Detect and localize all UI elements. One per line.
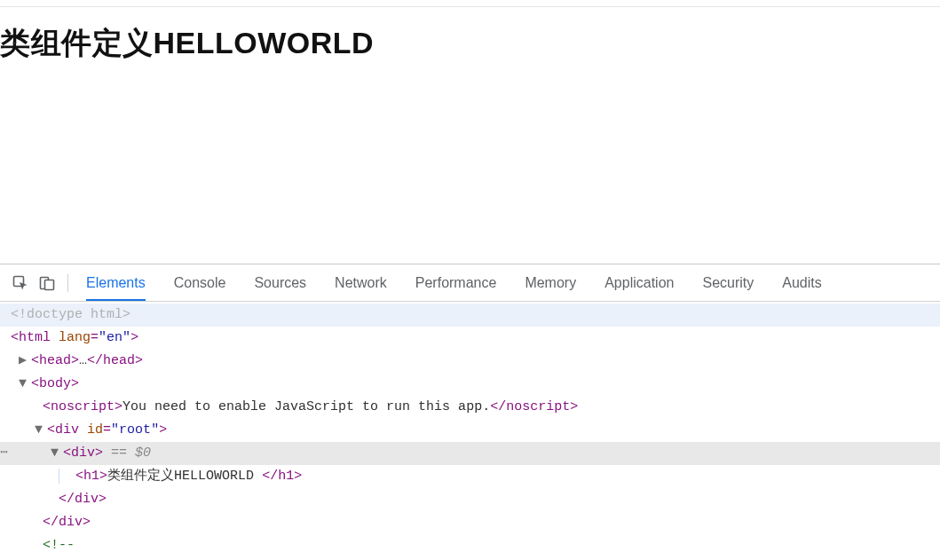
tab-security[interactable]: Security — [702, 266, 754, 300]
tab-application[interactable]: Application — [604, 266, 674, 300]
html-open-row[interactable]: <html lang="en"> — [0, 327, 940, 350]
head-row[interactable]: ▶<head>…</head> — [0, 350, 940, 373]
div-root-close-row[interactable]: </div> — [0, 511, 940, 534]
devtools-tabs: Elements Console Sources Network Perform… — [86, 266, 822, 300]
page-viewport: 类组件定义HELLOWORLD — [0, 7, 940, 264]
tab-sources[interactable]: Sources — [254, 266, 306, 300]
inspect-icon[interactable] — [7, 271, 34, 296]
tab-console[interactable]: Console — [174, 266, 226, 300]
elements-tree[interactable]: <!doctype html> <html lang="en"> ▶<head>… — [0, 302, 940, 560]
noscript-row[interactable]: <noscript>You need to enable JavaScript … — [0, 396, 940, 419]
overflow-icon: ⋯ — [0, 446, 8, 460]
device-toolbar-icon[interactable] — [34, 271, 60, 296]
doctype-row[interactable]: <!doctype html> — [0, 304, 940, 327]
comment-start-row[interactable]: <!-- — [0, 534, 940, 557]
browser-top-bar — [0, 0, 940, 7]
body-open-row[interactable]: ▼<body> — [0, 373, 940, 396]
devtools-toolbar: Elements Console Sources Network Perform… — [0, 264, 940, 302]
tab-memory[interactable]: Memory — [525, 266, 576, 300]
tab-elements[interactable]: Elements — [86, 266, 146, 300]
div-inner-row[interactable]: ⋯ ▼<div> == $0 — [0, 442, 940, 465]
tab-performance[interactable]: Performance — [415, 266, 497, 300]
div-inner-close-row[interactable]: </div> — [0, 488, 940, 511]
h1-row[interactable]: <h1>类组件定义HELLOWORLD </h1> — [0, 465, 940, 488]
div-root-row[interactable]: ▼<div id="root"> — [0, 419, 940, 442]
toolbar-separator — [67, 274, 68, 292]
tab-audits[interactable]: Audits — [782, 266, 821, 300]
page-title: 类组件定义HELLOWORLD — [0, 23, 940, 64]
devtools-panel: Elements Console Sources Network Perform… — [0, 264, 940, 560]
tab-network[interactable]: Network — [335, 266, 387, 300]
svg-rect-2 — [45, 280, 54, 289]
